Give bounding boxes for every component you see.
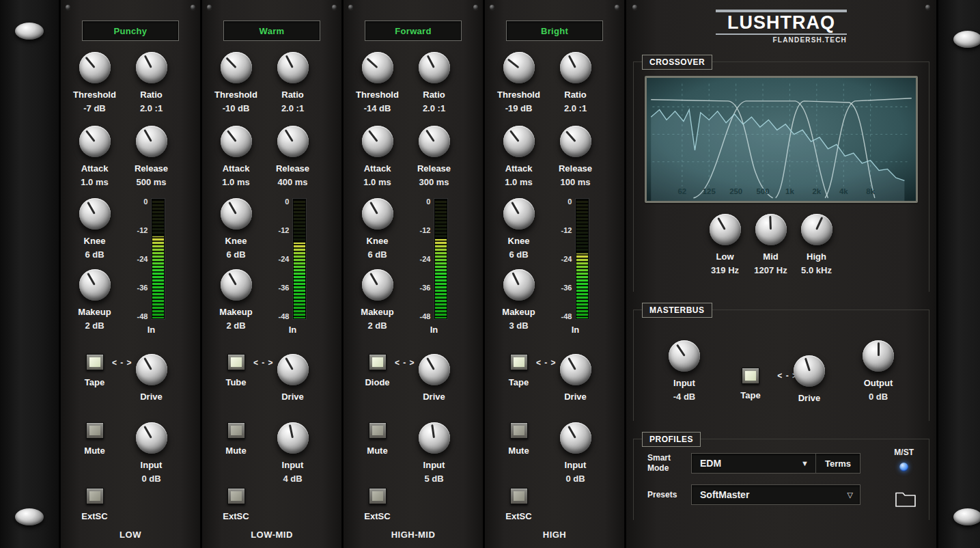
crossover-display[interactable]: 62 125 250 500 1k 2k 4k 8k	[645, 76, 918, 203]
drive-knob[interactable]	[560, 354, 591, 385]
tape-button[interactable]	[86, 354, 104, 370]
tube-button[interactable]	[227, 354, 245, 370]
threshold-knob[interactable]	[362, 52, 393, 83]
extsc-button[interactable]	[510, 488, 528, 504]
band-preset-selector[interactable]: Bright	[506, 20, 603, 41]
ratio-knob[interactable]	[136, 52, 167, 83]
release-label: Release	[276, 163, 309, 174]
band-preset-name: Punchy	[114, 26, 148, 36]
saturation-type-label: Diode	[365, 377, 389, 387]
knee-value: 6 dB	[226, 249, 245, 260]
makeup-knob[interactable]	[79, 269, 111, 301]
makeup-knob[interactable]	[503, 269, 535, 301]
knee-knob[interactable]	[221, 198, 252, 230]
attack-knob[interactable]	[362, 126, 393, 157]
masterbus-drive-knob[interactable]	[794, 355, 825, 387]
input-gain-knob[interactable]	[277, 422, 309, 454]
threshold-knob[interactable]	[503, 52, 535, 83]
masterbus-input-knob[interactable]	[669, 340, 700, 372]
knee-knob[interactable]	[362, 198, 393, 230]
rack-screw	[953, 508, 980, 525]
dropdown-arrow-icon[interactable]: ▼	[794, 459, 815, 467]
mute-button[interactable]	[227, 422, 245, 439]
input-level-meter	[434, 198, 448, 320]
mute-button[interactable]	[510, 422, 528, 439]
rack-screw	[953, 31, 980, 48]
saturation-cycle-arrows[interactable]: < - >	[536, 358, 557, 368]
freq-label: 500	[757, 187, 770, 195]
release-value: 300 ms	[419, 177, 449, 187]
extsc-button[interactable]	[227, 488, 245, 504]
ratio-label: Ratio	[423, 90, 445, 100]
input-value: 0 dB	[565, 474, 585, 484]
attack-knob[interactable]	[79, 126, 111, 157]
band-preset-selector[interactable]: Punchy	[82, 20, 179, 41]
tape-button[interactable]	[510, 354, 528, 370]
attack-knob[interactable]	[503, 126, 535, 157]
mute-label: Mute	[84, 446, 104, 456]
saturation-cycle-arrows[interactable]: < - >	[395, 358, 415, 368]
meter-scale: 0 -12 -24 -36 -48	[561, 198, 572, 320]
ratio-value: 2.0 :1	[281, 103, 304, 113]
threshold-knob[interactable]	[221, 52, 252, 83]
folder-browse-button[interactable]	[895, 491, 916, 510]
makeup-label: Makeup	[219, 307, 252, 317]
band-preset-selector[interactable]: Warm	[223, 20, 320, 41]
threshold-knob[interactable]	[79, 52, 111, 83]
knee-knob[interactable]	[503, 198, 535, 230]
ratio-label: Ratio	[564, 90, 587, 100]
crossover-low-value: 319 Hz	[711, 265, 739, 275]
band-preset-selector[interactable]: Forward	[365, 20, 462, 41]
input-gain-knob[interactable]	[560, 422, 591, 454]
drive-knob[interactable]	[277, 354, 309, 385]
input-gain-knob[interactable]	[419, 422, 450, 454]
input-gain-knob[interactable]	[136, 422, 167, 454]
ratio-knob[interactable]	[277, 52, 309, 83]
release-knob[interactable]	[560, 126, 591, 157]
attack-label: Attack	[223, 163, 250, 174]
threshold-label: Threshold	[214, 90, 257, 100]
release-knob[interactable]	[136, 126, 167, 157]
saturation-cycle-arrows[interactable]: < - >	[253, 358, 274, 368]
extsc-button[interactable]	[86, 488, 104, 504]
mst-led[interactable]	[899, 463, 908, 471]
release-knob[interactable]	[277, 126, 309, 157]
knee-knob[interactable]	[79, 198, 111, 230]
saturation-cycle-arrows[interactable]: < - >	[112, 358, 132, 368]
terms-button[interactable]: Terms	[815, 454, 860, 473]
freq-label: 125	[703, 187, 716, 195]
masterbus-input-value: -4 dB	[673, 392, 696, 402]
makeup-knob[interactable]	[362, 269, 393, 301]
makeup-knob[interactable]	[221, 269, 252, 301]
threshold-label: Threshold	[356, 90, 399, 100]
presets-dropdown[interactable]: SoftMaster ▽	[691, 484, 860, 505]
knee-label: Knee	[508, 236, 530, 246]
masterbus-output-knob[interactable]	[863, 340, 894, 372]
dropdown-arrow-icon[interactable]: ▽	[841, 491, 860, 499]
mute-label: Mute	[508, 446, 529, 456]
diode-button[interactable]	[369, 354, 387, 370]
extsc-label: ExtSC	[505, 511, 531, 521]
drive-knob[interactable]	[136, 354, 167, 385]
crossover-high-knob[interactable]	[801, 214, 832, 245]
mute-button[interactable]	[369, 422, 387, 439]
extsc-button[interactable]	[369, 488, 387, 504]
knee-value: 6 dB	[509, 249, 528, 260]
mute-button[interactable]	[86, 422, 104, 439]
ratio-knob[interactable]	[560, 52, 591, 83]
masterbus-tape-button[interactable]	[742, 368, 759, 384]
smart-mode-value: EDM	[692, 458, 794, 469]
crossover-section: CROSSOVER	[633, 61, 929, 292]
crossover-mid-knob[interactable]	[755, 214, 787, 245]
rack-screw	[15, 508, 44, 525]
ratio-knob[interactable]	[419, 52, 450, 83]
drive-knob[interactable]	[419, 354, 450, 385]
release-knob[interactable]	[419, 126, 450, 157]
meter-scale: 0 -12 -24 -36 -48	[137, 198, 148, 320]
band-strip-high: Bright Threshold -19 dB Ratio 2.0 :1 Att…	[485, 0, 624, 548]
attack-label: Attack	[364, 163, 391, 174]
plugin-window: Punchy Threshold -7 dB Ratio 2.0 :1 Atta…	[0, 0, 980, 548]
crossover-low-knob[interactable]	[710, 214, 741, 245]
attack-knob[interactable]	[221, 126, 252, 157]
smart-mode-dropdown[interactable]: EDM ▼ Terms	[691, 453, 860, 474]
